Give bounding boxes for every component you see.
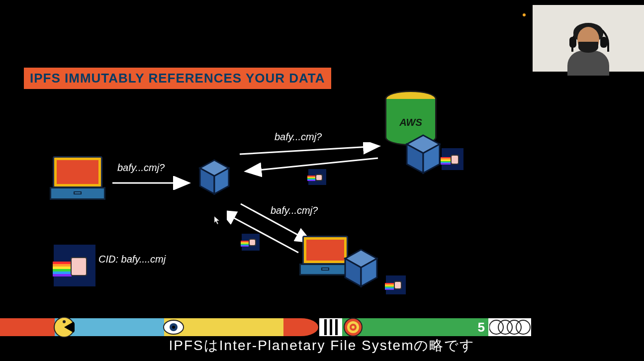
query-label-1: bafy...cmj? [117, 162, 165, 174]
svg-point-23 [489, 320, 503, 334]
query-label-2: bafy...cmj? [275, 131, 322, 143]
svg-point-26 [516, 320, 530, 334]
bars-icon [321, 319, 340, 335]
mouse-cursor-icon [214, 216, 220, 225]
slide-footer-bar: 5 [0, 318, 644, 336]
nyan-cat-icon [386, 275, 406, 294]
nyan-cat-icon [442, 148, 463, 170]
loops-icon [489, 318, 531, 336]
nyan-cat-icon [242, 234, 260, 251]
svg-line-5 [259, 158, 378, 170]
arrow-client-to-node [110, 176, 193, 190]
nyan-cat-large-icon [54, 245, 95, 286]
slide-stage: IPFS IMMUTABLY REFERENCES YOUR DATA bafy… [0, 0, 644, 361]
eye-icon [163, 317, 184, 337]
presenter-avatar [558, 22, 618, 72]
spiral-target-icon [343, 317, 363, 337]
webcam-overlay [533, 5, 644, 72]
page-number: 5 [478, 320, 485, 335]
svg-line-4 [240, 146, 378, 154]
aws-label: AWS [386, 117, 435, 128]
pacman-icon [54, 317, 75, 338]
aws-ipfs-cube-icon [405, 133, 442, 175]
client-laptop-icon [53, 156, 105, 200]
decorative-dot [523, 13, 526, 16]
svg-point-15 [63, 320, 66, 323]
svg-point-18 [172, 326, 175, 329]
subtitle-caption: IPFSはInter-Planetary File Systemの略です [0, 336, 644, 355]
slide-title-banner: IPFS IMMUTABLY REFERENCES YOUR DATA [24, 68, 331, 89]
svg-point-25 [507, 320, 521, 334]
cid-label: CID: bafy....cmj [98, 254, 166, 265]
peer-ipfs-cube-icon [343, 248, 379, 288]
svg-point-22 [352, 326, 355, 329]
ipfs-node-cube-icon [198, 158, 231, 196]
nyan-cat-icon [308, 169, 326, 185]
svg-point-24 [498, 320, 512, 334]
